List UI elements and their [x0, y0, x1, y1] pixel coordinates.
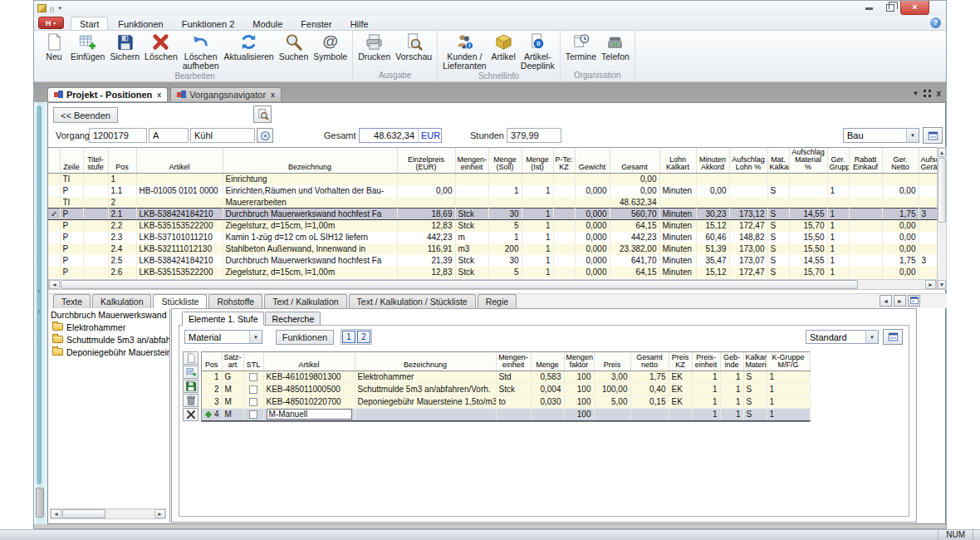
drucken-button[interactable]: Drucken	[355, 32, 393, 71]
column-header[interactable]: K-Gruppe M/F/G	[767, 352, 810, 371]
cancel-row-button[interactable]	[183, 408, 198, 421]
scroll-left-icon[interactable]: ◄	[49, 280, 60, 289]
column-header[interactable]: Aufsc Gerä	[919, 148, 937, 174]
vorgang-lookup-button[interactable]	[257, 128, 273, 143]
column-header[interactable]: Pos	[202, 352, 222, 371]
column-header[interactable]: Preis KZ	[669, 352, 692, 371]
column-header[interactable]: Pos	[108, 148, 136, 174]
tree-horizontal-scrollbar[interactable]: ◄►	[50, 508, 166, 519]
column-header[interactable]: Menge (Ist)	[522, 148, 553, 174]
window-arrange-icon[interactable]	[924, 90, 931, 97]
scroll-down-icon[interactable]: ▼	[938, 280, 946, 289]
list-item[interactable]: 2MKEB-485011000500Schuttmulde 5m3 an/abf…	[202, 383, 810, 395]
standard-select[interactable]: Standard▼	[806, 330, 879, 344]
scrollbar-thumb[interactable]	[62, 509, 105, 518]
table-row[interactable]: P2.6LKB-535153522200Ziegelsturz, d=15cm,…	[48, 267, 937, 278]
insert-row-button[interactable]	[183, 366, 198, 379]
table-row[interactable]: P1.1HB-01005 0101 0000Einrichten,Räumen …	[48, 185, 937, 197]
einfuegen-button[interactable]: Einfügen	[68, 32, 107, 71]
tree-item[interactable]: Schuttmulde 5m3 an/abfah	[48, 333, 169, 346]
column-header[interactable]: Artikel	[263, 352, 355, 371]
column-header[interactable]: Gewicht	[575, 148, 610, 174]
loeschen-button[interactable]: Löschen	[142, 32, 180, 71]
column-header[interactable]: Gesamt	[610, 148, 659, 174]
loeschen-aufheben-button[interactable]: Löschen aufheben	[180, 32, 222, 71]
close-document-icon[interactable]: x	[936, 89, 941, 98]
level-2-toggle[interactable]: 2	[357, 331, 370, 343]
neu-button[interactable]: Neu	[40, 32, 68, 71]
aktualisieren-button[interactable]: Aktualisieren	[222, 32, 277, 71]
column-header[interactable]: Menge	[531, 352, 564, 371]
close-tab-icon[interactable]: x	[271, 91, 275, 99]
suchen-button[interactable]: Suchen	[277, 32, 311, 71]
scroll-left-icon[interactable]: ◄	[51, 509, 61, 518]
column-header[interactable]: Ger. Gruppe	[827, 148, 849, 174]
bereich-grid-button[interactable]	[923, 127, 943, 144]
vorgang-code-field[interactable]: A	[149, 128, 189, 143]
stl-checkbox[interactable]	[249, 373, 257, 381]
symbole-button[interactable]: @Symbole	[311, 32, 350, 71]
table-row[interactable]: ✓P2.1LKB-538424184210Durchbruch Mauerwer…	[48, 209, 937, 220]
list-item[interactable]: 1GKEB-461019801300ElektrohammerStd0,5831…	[202, 371, 810, 383]
artikel-deeplink-button[interactable]: 0Artikel- Deeplink	[518, 32, 557, 71]
column-header[interactable]: Rabatt Einkauf	[849, 148, 882, 174]
stl-checkbox[interactable]	[249, 410, 257, 419]
artikel-edit-field[interactable]: M-Manuell	[267, 409, 352, 420]
menu-tab-2[interactable]: Funktionen	[110, 17, 171, 30]
level-1-toggle[interactable]: 1	[342, 331, 355, 343]
tab-kalkulation[interactable]: Kalkulation	[92, 294, 151, 308]
chevron-down-icon[interactable]: ▼	[249, 331, 262, 343]
column-header[interactable]: Mengen- einheit	[455, 148, 488, 174]
tab-rohstoffe[interactable]: Rohstoffe	[208, 294, 262, 308]
menu-tab-5[interactable]: Fenster	[292, 17, 340, 30]
column-header[interactable]: Artikel	[136, 148, 223, 174]
menu-tab-4[interactable]: Module	[244, 17, 291, 30]
menu-tab-3[interactable]: Funktionen 2	[174, 17, 243, 30]
expand-panel-icon[interactable]: ›	[37, 307, 40, 316]
tab-text-kalkulation-st-ckliste[interactable]: Text / Kalkulation / Stückliste	[349, 294, 476, 308]
telefon-button[interactable]: Telefon	[599, 32, 632, 71]
scroll-up-icon[interactable]: ▲	[938, 148, 946, 157]
scrollbar-thumb[interactable]	[938, 158, 946, 223]
delete-row-button[interactable]	[183, 394, 198, 407]
list-item[interactable]: 4MM-Manuell10011S1	[202, 408, 810, 420]
column-header[interactable]: Titel- stufe	[83, 148, 108, 174]
collapsed-side-panel[interactable]: › ›	[34, 102, 47, 524]
menu-tab-6[interactable]: Hilfe	[342, 17, 377, 30]
detach-panel-button[interactable]	[908, 295, 920, 307]
grid-horizontal-scrollbar[interactable]: ◄►	[48, 279, 937, 290]
artikel-button[interactable]: Artikel	[489, 32, 518, 71]
column-header[interactable]: Zeile	[60, 148, 83, 174]
list-item[interactable]: 3MKEB-485010220700Deponiegebühr Mauerste…	[202, 395, 810, 408]
new-row-button[interactable]	[183, 351, 198, 365]
vorgang-number-field[interactable]: 1200179	[89, 128, 147, 143]
sichern-button[interactable]: Sichern	[107, 32, 142, 71]
side-scrollbar-thumb[interactable]	[36, 488, 44, 518]
column-header[interactable]: Preis	[594, 352, 630, 371]
table-row[interactable]: P2.5LKB-538424184210Durchbruch Mauerwerk…	[48, 255, 937, 267]
chevron-down-icon[interactable]: ▼	[865, 331, 878, 343]
tree-item[interactable]: Deponiegebühr Mauerstein	[48, 346, 169, 358]
column-header[interactable]: Geb- inde	[720, 352, 743, 371]
tree-item[interactable]: Elektrohammer	[48, 321, 169, 333]
table-row[interactable]: TI1Einrichtung0,00	[48, 174, 937, 185]
subtab-1[interactable]: Elemente 1. Stufe	[182, 312, 264, 326]
subtab-2[interactable]: Recherche	[265, 312, 321, 326]
restore-button[interactable]	[886, 4, 894, 12]
column-header[interactable]: Ger. Netto	[882, 148, 919, 174]
tab-text-kalkulation[interactable]: Text / Kalkulation	[264, 294, 346, 308]
column-header[interactable]: Minuten Akkord	[696, 148, 729, 174]
funktionen-button[interactable]: Funktionen	[276, 330, 334, 345]
scroll-right-icon[interactable]: ►	[154, 509, 165, 518]
table-row[interactable]: P2.2LKB-535153522200Ziegelsturz, d=15cm,…	[48, 220, 937, 232]
tab-texte[interactable]: Texte	[53, 294, 91, 308]
tab-st-ckliste[interactable]: Stückliste	[153, 294, 207, 309]
termine-button[interactable]: Termine	[563, 32, 599, 71]
column-header[interactable]: Preis- einheit	[692, 352, 720, 371]
tree-root-label[interactable]: Durchbruch Mauerwerkswand	[48, 308, 169, 321]
column-header[interactable]: Satz- art	[222, 352, 243, 371]
material-select[interactable]: Material▼	[184, 330, 262, 344]
grid-vertical-scrollbar[interactable]: ▲▼	[937, 147, 947, 290]
column-header[interactable]: Lohn Kalkart	[659, 148, 696, 174]
tab-regie[interactable]: Regie	[478, 294, 517, 308]
